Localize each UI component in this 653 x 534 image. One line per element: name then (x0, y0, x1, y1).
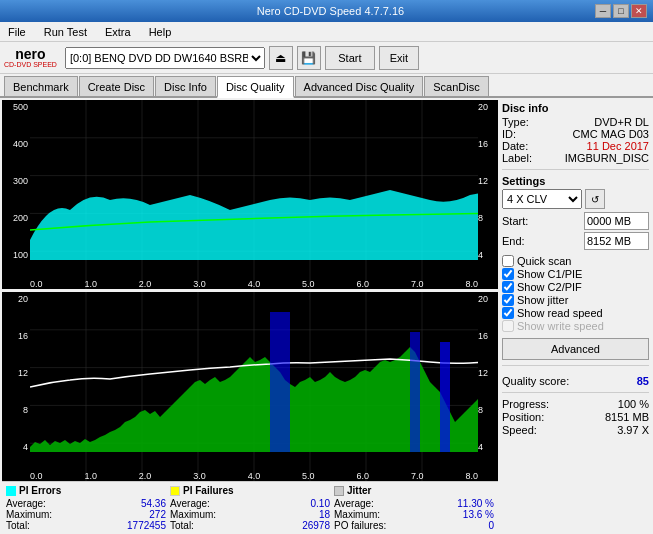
chart2-y-axis-right: 20 16 12 8 4 (478, 292, 498, 481)
x2-3: 3.0 (193, 471, 206, 481)
pi-failures-max-label: Maximum: (170, 509, 216, 520)
tab-disc-info[interactable]: Disc Info (155, 76, 216, 96)
x2-5: 5.0 (302, 471, 315, 481)
disc-label-label: Label: (502, 152, 532, 164)
disc-label-value: IMGBURN_DISC (565, 152, 649, 164)
quality-label: Quality score: (502, 375, 569, 387)
y1-label-100: 100 (2, 250, 30, 260)
tab-advanced-disc-quality[interactable]: Advanced Disc Quality (295, 76, 424, 96)
date-label: Date: (502, 140, 528, 152)
y1r-20: 20 (478, 102, 498, 112)
quick-scan-row: Quick scan (502, 255, 649, 267)
disc-label-row: Label: IMGBURN_DISC (502, 152, 649, 164)
y1r-4: 4 (478, 250, 498, 260)
show-read-speed-row: Show read speed (502, 307, 649, 319)
advanced-button[interactable]: Advanced (502, 338, 649, 360)
show-jitter-checkbox[interactable] (502, 294, 514, 306)
quick-scan-checkbox[interactable] (502, 255, 514, 267)
pi-errors-avg-value: 54.36 (141, 498, 166, 509)
show-read-speed-checkbox[interactable] (502, 307, 514, 319)
x2-8: 8.0 (465, 471, 478, 481)
tab-create-disc[interactable]: Create Disc (79, 76, 154, 96)
y2l-16: 16 (2, 331, 30, 341)
y2l-20: 20 (2, 294, 30, 304)
save-icon[interactable]: 💾 (297, 46, 321, 70)
progress-row: Progress: 100 % (502, 398, 649, 410)
toolbar: nero CD-DVD SPEED [0:0] BENQ DVD DD DW16… (0, 42, 653, 74)
minimize-button[interactable]: ─ (595, 4, 611, 18)
show-c2pif-checkbox[interactable] (502, 281, 514, 293)
y1r-16: 16 (478, 139, 498, 149)
close-button[interactable]: ✕ (631, 4, 647, 18)
chart1-svg-area: 0.0 1.0 2.0 3.0 4.0 5.0 6.0 7.0 8.0 (30, 100, 478, 289)
show-c1pie-checkbox[interactable] (502, 268, 514, 280)
progress-value: 100 % (618, 398, 649, 410)
chart2-svg-area: 0.0 1.0 2.0 3.0 4.0 5.0 6.0 7.0 8.0 (30, 292, 478, 481)
jitter-avg-value: 11.30 % (457, 498, 494, 509)
progress-label: Progress: (502, 398, 549, 410)
position-value: 8151 MB (605, 411, 649, 423)
eject-icon[interactable]: ⏏ (269, 46, 293, 70)
id-value: CMC MAG D03 (573, 128, 649, 140)
chart1-x-axis: 0.0 1.0 2.0 3.0 4.0 5.0 6.0 7.0 8.0 (30, 279, 478, 289)
jitter-color-box (334, 486, 344, 496)
x1-8: 8.0 (465, 279, 478, 289)
x1-3: 3.0 (193, 279, 206, 289)
menu-extra[interactable]: Extra (101, 24, 135, 40)
date-row: Date: 11 Dec 2017 (502, 140, 649, 152)
chart2-svg (30, 292, 478, 481)
pi-errors-max-row: Maximum: 272 (6, 509, 166, 520)
drive-select[interactable]: [0:0] BENQ DVD DD DW1640 BSRB (65, 47, 265, 69)
jitter-po-label: PO failures: (334, 520, 386, 531)
charts-panel: 500 400 300 200 100 (2, 100, 498, 534)
tab-disc-quality[interactable]: Disc Quality (217, 76, 294, 98)
id-label: ID: (502, 128, 516, 140)
speed-row: 4 X CLV ↺ (502, 189, 649, 209)
end-mb-input[interactable] (584, 232, 649, 250)
type-label: Type: (502, 116, 529, 128)
right-panel: Disc info Type: DVD+R DL ID: CMC MAG D03… (498, 98, 653, 534)
maximize-button[interactable]: □ (613, 4, 629, 18)
pi-failures-total-label: Total: (170, 520, 194, 531)
pi-failures-avg-value: 0.10 (311, 498, 330, 509)
menu-run-test[interactable]: Run Test (40, 24, 91, 40)
menu-bar: File Run Test Extra Help (0, 22, 653, 42)
exit-button[interactable]: Exit (379, 46, 419, 70)
menu-file[interactable]: File (4, 24, 30, 40)
main-content: 500 400 300 200 100 (0, 98, 653, 534)
pi-errors-average-row: Average: 54.36 (6, 498, 166, 509)
show-write-speed-checkbox[interactable] (502, 320, 514, 332)
speed-select[interactable]: 4 X CLV (502, 189, 582, 209)
settings-section: Settings 4 X CLV ↺ Start: End: (502, 175, 649, 252)
refresh-icon[interactable]: ↺ (585, 189, 605, 209)
window-controls[interactable]: ─ □ ✕ (595, 4, 647, 18)
start-mb-input[interactable] (584, 212, 649, 230)
divider1 (502, 169, 649, 170)
pi-errors-total-row: Total: 1772455 (6, 520, 166, 531)
tab-scan-disc[interactable]: ScanDisc (424, 76, 488, 96)
y2r-20: 20 (478, 294, 498, 304)
end-mb-row: End: (502, 232, 649, 250)
y1r-12: 12 (478, 176, 498, 186)
y2r-16: 16 (478, 331, 498, 341)
x1-1: 1.0 (84, 279, 97, 289)
pi-failures-avg-label: Average: (170, 498, 210, 509)
menu-help[interactable]: Help (145, 24, 176, 40)
show-write-speed-row: Show write speed (502, 320, 649, 332)
y2l-12: 12 (2, 368, 30, 378)
y1r-8: 8 (478, 213, 498, 223)
start-mb-row: Start: (502, 212, 649, 230)
tab-benchmark[interactable]: Benchmark (4, 76, 78, 96)
y1-label-200: 200 (2, 213, 30, 223)
pi-errors-label: PI Errors (19, 485, 61, 496)
speed-value: 3.97 X (617, 424, 649, 436)
pi-failures-average-row: Average: 0.10 (170, 498, 330, 509)
pi-failures-color-box (170, 486, 180, 496)
checkboxes-section: Quick scan Show C1/PIE Show C2/PIF Show … (502, 255, 649, 333)
pi-failures-label: PI Failures (183, 485, 234, 496)
show-c2pif-row: Show C2/PIF (502, 281, 649, 293)
start-button[interactable]: Start (325, 46, 375, 70)
x2-2: 2.0 (139, 471, 152, 481)
position-row: Position: 8151 MB (502, 411, 649, 423)
chart2-y-axis-left: 20 16 12 8 4 (2, 292, 30, 481)
